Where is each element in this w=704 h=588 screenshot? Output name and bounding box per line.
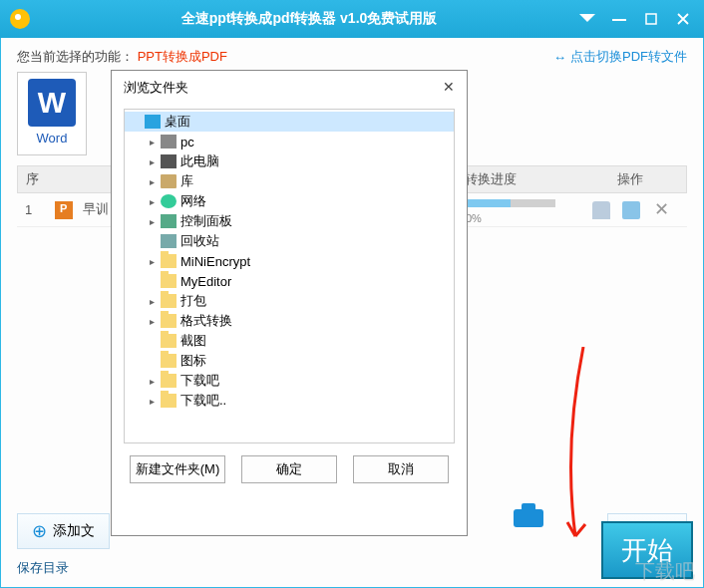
col-seq: 序 bbox=[18, 170, 48, 188]
current-function-label: 您当前选择的功能： bbox=[17, 49, 134, 64]
word-icon: W bbox=[28, 79, 76, 127]
expand-icon[interactable]: ▸ bbox=[147, 137, 157, 147]
ok-button[interactable]: 确定 bbox=[241, 455, 337, 483]
row-ops: ✕ bbox=[567, 201, 687, 219]
expand-icon[interactable]: ▸ bbox=[147, 396, 157, 407]
ppt-file-icon bbox=[55, 201, 73, 219]
row-index: 1 bbox=[17, 202, 47, 217]
tree-node-label: 打包 bbox=[180, 292, 206, 310]
svg-rect-1 bbox=[646, 14, 656, 24]
start-label: 开始 bbox=[621, 533, 673, 568]
cancel-button[interactable]: 取消 bbox=[353, 455, 449, 483]
tree-node[interactable]: ▸库 bbox=[125, 171, 454, 191]
folder-icon bbox=[161, 374, 176, 388]
current-mode: PPT转换成PDF bbox=[138, 49, 227, 64]
expand-icon[interactable]: ▸ bbox=[147, 216, 157, 227]
tree-node-label: 控制面板 bbox=[180, 212, 232, 230]
folder-icon bbox=[161, 294, 176, 308]
tree-node[interactable]: MyEditor bbox=[125, 271, 454, 291]
tree-node[interactable]: ▸MiNiEncrypt bbox=[125, 251, 454, 271]
dialog-title: 浏览文件夹 bbox=[124, 79, 188, 97]
dropdown-icon[interactable] bbox=[578, 10, 596, 28]
comp-icon bbox=[161, 154, 176, 168]
tree-node-label: 下载吧.. bbox=[180, 392, 226, 410]
close-icon[interactable] bbox=[674, 10, 692, 28]
folder-icon bbox=[161, 334, 176, 348]
tree-node-label: 下载吧 bbox=[180, 372, 219, 390]
current-function: 您当前选择的功能： PPT转换成PDF bbox=[17, 48, 227, 66]
start-button[interactable]: 开始 bbox=[601, 521, 693, 579]
folder-icon bbox=[161, 394, 176, 408]
tree-node-label: 网络 bbox=[180, 192, 206, 210]
folder-icon bbox=[161, 354, 176, 368]
tree-node-label: 回收站 bbox=[180, 232, 219, 250]
minimize-icon[interactable] bbox=[610, 10, 628, 28]
folder-icon bbox=[161, 314, 176, 328]
lib-icon bbox=[161, 174, 176, 188]
save-path-label: 保存目录 bbox=[17, 559, 687, 577]
expand-icon[interactable]: ▸ bbox=[147, 176, 157, 187]
tree-node[interactable]: ▸控制面板 bbox=[125, 211, 454, 231]
expand-icon[interactable]: ▸ bbox=[147, 196, 157, 207]
tree-node-label: 图标 bbox=[180, 352, 206, 370]
tree-node[interactable]: ▸打包 bbox=[125, 291, 454, 311]
remove-row-icon[interactable]: ✕ bbox=[652, 201, 670, 219]
row-filename-text: 早训 bbox=[83, 201, 109, 216]
recycle-icon bbox=[161, 234, 176, 248]
tree-node-label: 此电脑 bbox=[180, 152, 219, 170]
new-folder-button[interactable]: 新建文件夹(M) bbox=[130, 455, 225, 483]
tree-node-label: MyEditor bbox=[180, 274, 231, 289]
tree-node[interactable]: 回收站 bbox=[125, 231, 454, 251]
swap-icon: ↔ bbox=[553, 50, 566, 65]
tree-node[interactable]: ▸下载吧 bbox=[125, 371, 454, 391]
expand-icon[interactable]: ▸ bbox=[147, 156, 157, 167]
tree-node-label: 库 bbox=[180, 172, 193, 190]
expand-icon[interactable]: ▸ bbox=[147, 256, 157, 267]
expand-icon[interactable]: ▸ bbox=[147, 376, 157, 387]
col-progress: 转换进度 bbox=[457, 170, 566, 188]
maximize-icon[interactable] bbox=[642, 10, 660, 28]
word-card-label: Word bbox=[18, 131, 86, 146]
window-controls bbox=[578, 10, 704, 28]
col-ops: 操作 bbox=[566, 170, 686, 188]
titlebar: 全速ppt转换成pdf转换器 v1.0免费试用版 bbox=[0, 0, 704, 38]
progress-text: 0% bbox=[466, 212, 482, 224]
app-title: 全速ppt转换成pdf转换器 v1.0免费试用版 bbox=[40, 10, 578, 28]
tree-node[interactable]: 桌面 bbox=[125, 112, 454, 132]
tree-node-label: MiNiEncrypt bbox=[180, 254, 250, 269]
progress-bar bbox=[466, 199, 555, 207]
expand-icon[interactable]: ▸ bbox=[147, 296, 157, 307]
folder-tree[interactable]: 桌面▸pc▸此电脑▸库▸网络▸控制面板回收站▸MiNiEncryptMyEdit… bbox=[124, 109, 455, 443]
add-file-label: 添加文 bbox=[53, 522, 95, 540]
switch-link-label: 点击切换PDF转文件 bbox=[570, 48, 687, 66]
tree-node-label: pc bbox=[180, 135, 194, 149]
tree-node-label: 桌面 bbox=[165, 113, 190, 131]
add-file-button[interactable]: ⊕ 添加文 bbox=[17, 513, 110, 549]
tree-node[interactable]: ▸此电脑 bbox=[125, 151, 454, 171]
folder-icon bbox=[161, 274, 176, 288]
tree-node[interactable]: ▸pc bbox=[125, 132, 454, 151]
word-mode-card[interactable]: W Word bbox=[17, 72, 87, 155]
tree-node[interactable]: 图标 bbox=[125, 351, 454, 371]
disk-icon[interactable] bbox=[514, 509, 543, 527]
expand-icon[interactable]: ▸ bbox=[147, 316, 157, 327]
desktop-icon bbox=[145, 115, 161, 129]
pc-icon bbox=[161, 135, 176, 148]
browse-folder-dialog: 浏览文件夹 ✕ 桌面▸pc▸此电脑▸库▸网络▸控制面板回收站▸MiNiEncry… bbox=[111, 70, 468, 536]
app-logo-icon bbox=[10, 9, 30, 29]
tree-node[interactable]: ▸网络 bbox=[125, 191, 454, 211]
cpl-icon bbox=[161, 214, 176, 228]
open-folder-icon[interactable] bbox=[622, 201, 640, 219]
tree-node[interactable]: 截图 bbox=[125, 331, 454, 351]
row-progress: 0% bbox=[458, 195, 567, 225]
dialog-close-icon[interactable]: ✕ bbox=[443, 79, 455, 97]
tree-node[interactable]: ▸格式转换 bbox=[125, 311, 454, 331]
tree-node-label: 截图 bbox=[180, 332, 206, 350]
tree-node[interactable]: ▸下载吧.. bbox=[125, 391, 454, 411]
net-icon bbox=[161, 194, 176, 208]
plus-icon: ⊕ bbox=[32, 520, 47, 542]
tree-node-label: 格式转换 bbox=[180, 312, 232, 330]
svg-rect-0 bbox=[612, 19, 626, 21]
preview-icon[interactable] bbox=[592, 201, 610, 219]
switch-pdf-link[interactable]: ↔ 点击切换PDF转文件 bbox=[553, 48, 687, 66]
